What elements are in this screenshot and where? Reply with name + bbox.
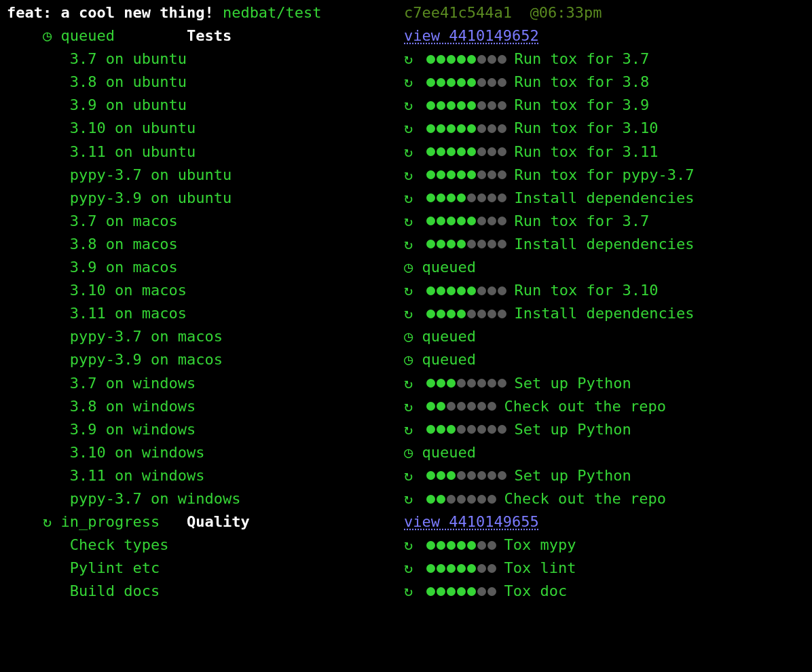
view-run-link[interactable]: view 4410149655 [404,510,539,534]
job-name: 3.7 on macos [70,212,178,229]
view-run-link[interactable]: view 4410149652 [404,24,539,48]
job-name: 3.9 on windows [70,421,196,438]
spinner-icon: ↻ [404,164,413,187]
job-name: pypy-3.9 on ubuntu [70,189,232,206]
spinner-icon: ↻ [404,534,413,557]
job-name: pypy-3.9 on macos [70,351,223,368]
spinner-icon: ↻ [404,233,413,256]
job-name: 3.7 on ubuntu [70,50,187,67]
job-step: Tox mypy [504,534,576,557]
job-step: Install dependencies [515,233,695,256]
job-name: 3.7 on windows [70,375,196,392]
job-step: Tox doc [504,580,568,603]
spinner-icon: ↻ [404,464,413,487]
job-name: pypy-3.7 on windows [70,490,241,507]
job-step: Install dependencies [515,302,695,325]
job-status: queued [422,348,476,371]
progress-dots [426,495,496,504]
progress-dots [426,310,506,318]
job-step: Run tox for 3.7 [515,48,650,71]
workflow-name: Tests [187,27,232,44]
commit-title: feat: a cool new thing! [7,4,214,21]
spinner-icon: ↻ [404,302,413,325]
progress-dots [426,217,506,225]
progress-dots [426,101,506,110]
job-status: queued [422,441,476,464]
job-name: Check types [70,536,169,553]
job-step: Run tox for 3.7 [515,210,650,233]
job-step: Run tox for 3.11 [515,141,659,164]
queued-icon: ◷ [43,24,52,48]
progress-dots [426,564,496,573]
job-step: Run tox for 3.8 [515,71,650,94]
job-step: Check out the repo [504,395,666,418]
spinner-icon: ↻ [404,210,413,233]
job-name: 3.8 on macos [70,236,178,253]
workflow-status: in_progress [60,513,160,530]
progress-dots [426,78,506,87]
progress-dots [426,147,506,156]
commit-hash: c7ee41c544a1 [404,1,512,24]
progress-dots [426,402,496,411]
spinner-icon: ↻ [404,557,413,580]
job-step: Set up Python [515,372,631,395]
job-name: Build docs [70,582,160,599]
job-step: Run tox for pypy-3.7 [515,164,695,187]
spinner-icon: ↻ [404,418,413,441]
job-name: 3.8 on ubuntu [70,73,187,90]
spinner-icon: ↻ [404,487,413,510]
job-name: 3.10 on macos [70,282,187,299]
progress-dots [426,471,506,480]
queued-icon: ◷ [404,348,413,371]
progress-dots [426,541,496,550]
workflow-status: queued [60,27,114,44]
progress-dots [426,587,496,596]
spinner-icon: ↻ [43,510,52,534]
job-step: Install dependencies [515,187,695,210]
job-step: Run tox for 3.9 [515,94,650,117]
queued-icon: ◷ [404,256,413,279]
job-name: 3.10 on windows [70,444,205,461]
spinner-icon: ↻ [404,279,413,302]
job-name: 3.9 on ubuntu [70,96,187,113]
spinner-icon: ↻ [404,71,413,94]
job-step: Set up Python [515,464,631,487]
progress-dots [426,55,506,64]
job-name: 3.10 on ubuntu [70,119,196,136]
progress-dots [426,240,506,248]
job-step: Tox lint [504,557,576,580]
progress-dots [426,286,506,295]
spinner-icon: ↻ [404,94,413,117]
job-name: 3.8 on windows [70,398,196,415]
spinner-icon: ↻ [404,372,413,395]
progress-dots [426,193,506,202]
job-name: 3.11 on macos [70,305,187,322]
progress-dots [426,124,506,133]
job-name: 3.11 on ubuntu [70,143,196,160]
progress-dots [426,379,506,388]
repo-name: nedbat/test [223,4,322,21]
spinner-icon: ↻ [404,395,413,418]
job-status: queued [422,325,476,348]
job-step: Run tox for 3.10 [515,279,659,302]
job-step: Check out the repo [504,487,666,510]
progress-dots [426,170,506,179]
job-step: Run tox for 3.10 [515,117,659,140]
progress-dots [426,425,506,434]
commit-time: @06:33pm [530,1,602,24]
job-name: 3.9 on macos [70,259,178,276]
workflow-name: Quality [187,513,250,530]
job-name: 3.11 on windows [70,467,205,484]
job-step: Set up Python [515,418,631,441]
spinner-icon: ↻ [404,187,413,210]
job-name: pypy-3.7 on ubuntu [70,166,232,183]
queued-icon: ◷ [404,441,413,464]
job-status: queued [422,256,476,279]
spinner-icon: ↻ [404,117,413,140]
queued-icon: ◷ [404,325,413,348]
spinner-icon: ↻ [404,580,413,603]
job-name: Pylint etc [70,559,160,576]
spinner-icon: ↻ [404,48,413,71]
spinner-icon: ↻ [404,141,413,164]
job-name: pypy-3.7 on macos [70,328,223,345]
